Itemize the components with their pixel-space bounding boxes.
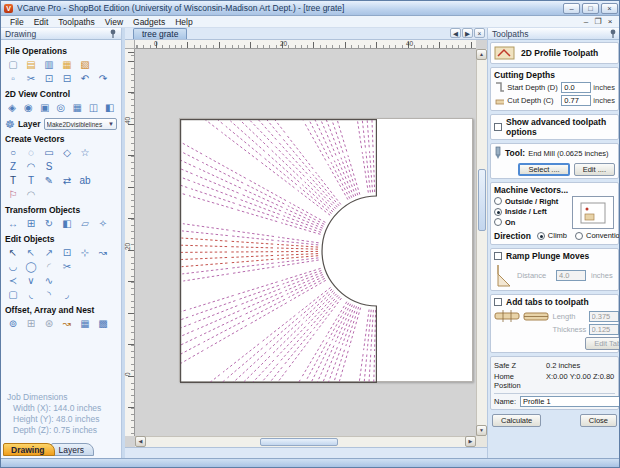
offset-vectors-icon[interactable]: ⊚ — [5, 317, 21, 330]
nest-parts-icon[interactable]: ▩ — [95, 317, 111, 330]
scroll-left-arrow[interactable]: ◀ — [135, 436, 146, 447]
extend-icon[interactable]: ◝ — [41, 288, 57, 301]
radio-climb[interactable]: Climb — [537, 231, 567, 240]
radio-on[interactable]: On — [494, 218, 570, 227]
scroll-up-arrow[interactable]: ▲ — [476, 49, 487, 60]
save-file-icon[interactable]: ▥ — [41, 58, 57, 71]
toolpath-name-input[interactable] — [520, 396, 620, 407]
text-spacing-icon[interactable]: ⇄ — [59, 174, 75, 187]
material-sheet[interactable] — [179, 118, 473, 382]
mirror-icon[interactable]: ◧ — [59, 217, 75, 230]
mdi-restore-button[interactable]: ❐ — [593, 17, 603, 27]
add-tabs-checkbox[interactable] — [494, 298, 502, 306]
text-edit-icon[interactable]: ✎ — [41, 174, 57, 187]
zoom-box-icon[interactable]: ▣ — [38, 101, 52, 114]
draw-curve-icon[interactable]: S — [41, 160, 57, 173]
horizontal-scroll-thumb[interactable] — [260, 438, 338, 446]
zoom-interactive-icon[interactable]: ◉ — [21, 101, 35, 114]
interactive-trim-icon[interactable]: ↗ — [41, 246, 57, 259]
dimension-icon[interactable]: ◠ — [23, 188, 39, 201]
cut-icon[interactable]: ✂ — [23, 72, 39, 85]
panel-tab-drawing[interactable]: Drawing — [3, 443, 55, 456]
export-vectors-icon[interactable]: ▧ — [77, 58, 93, 71]
bracket-fillet-icon[interactable]: ◞ — [59, 288, 75, 301]
scroll-right-arrow[interactable]: ▶ — [465, 436, 476, 447]
join-open-vectors-icon[interactable]: ≺ — [5, 274, 21, 287]
ramp-plunge-checkbox[interactable] — [494, 252, 502, 260]
menu-edit[interactable]: Edit — [29, 17, 54, 27]
trim-vectors-icon[interactable]: ◜ — [41, 260, 57, 273]
panel-tab-layers[interactable]: Layers — [51, 443, 95, 456]
cut-depth-input[interactable] — [561, 95, 591, 106]
vertical-scroll-thumb[interactable] — [478, 169, 486, 231]
rotate-icon[interactable]: ↻ — [41, 217, 57, 230]
fillet-icon[interactable]: ▢ — [5, 288, 21, 301]
draw-polyline-icon[interactable]: Z — [5, 160, 21, 173]
select-cursor-icon[interactable]: ↖ — [5, 246, 21, 259]
tool-select-button[interactable]: Select .... — [518, 163, 569, 176]
menu-file[interactable]: File — [5, 17, 29, 27]
grid-array-icon[interactable]: ▦ — [77, 317, 93, 330]
draw-circle-icon[interactable]: ○ — [5, 146, 21, 159]
subtract-vectors-icon[interactable]: ◯ — [23, 260, 39, 273]
scroll-down-arrow[interactable]: ▼ — [476, 425, 487, 436]
scissors-icon[interactable]: ✂ — [59, 260, 75, 273]
zoom-selected-icon[interactable]: ◎ — [54, 101, 68, 114]
import-vectors-icon[interactable]: ▦ — [59, 58, 75, 71]
start-depth-input[interactable] — [561, 82, 591, 93]
align-objects-icon[interactable]: ✧ — [95, 217, 111, 230]
mdi-close-button[interactable]: × — [605, 17, 615, 27]
text-on-curve-icon[interactable]: ⚐ — [5, 188, 21, 201]
tile-windows-icon[interactable]: ◫ — [86, 101, 100, 114]
horizontal-scrollbar[interactable]: ◀ ▶ — [135, 436, 476, 447]
document-tab-tree-grate[interactable]: tree grate — [133, 28, 187, 39]
copy-icon[interactable]: ⊡ — [41, 72, 57, 85]
zoom-extents-icon[interactable]: ▦ — [70, 101, 84, 114]
node-edit-icon[interactable]: ↖ — [23, 246, 39, 259]
shear-icon[interactable]: ▱ — [77, 217, 93, 230]
ramp-distance-input[interactable] — [556, 270, 586, 281]
close-button[interactable]: × — [601, 3, 618, 14]
fit-curves-icon[interactable]: ∿ — [41, 274, 57, 287]
edit-tabs-button[interactable]: Edit Tabs ... — [585, 337, 620, 350]
draw-text-icon[interactable]: T — [5, 174, 21, 187]
open-file-icon[interactable]: ▤ — [23, 58, 39, 71]
set-size-icon[interactable]: ⊞ — [23, 217, 39, 230]
radio-conventional[interactable]: Conventional — [575, 231, 620, 240]
vertical-scrollbar[interactable]: ▲ ▼ — [476, 49, 487, 436]
convert-text-icon[interactable]: ab — [77, 174, 93, 187]
menu-gadgets[interactable]: Gadgets — [128, 17, 170, 27]
switch-3d-view-icon[interactable]: ◧ — [103, 101, 117, 114]
menu-toolpaths[interactable]: Toolpaths — [53, 17, 99, 27]
measure-icon[interactable]: ⊹ — [77, 246, 93, 259]
paste-icon[interactable]: ⊟ — [59, 72, 75, 85]
redo-icon[interactable]: ↷ — [95, 72, 111, 85]
chamfer-icon[interactable]: ◟ — [23, 288, 39, 301]
minimize-button[interactable]: – — [563, 3, 580, 14]
array-copy-icon[interactable]: ⊞ — [23, 317, 39, 330]
advanced-options-checkbox[interactable] — [494, 123, 502, 131]
mdi-minimize-button[interactable]: – — [581, 17, 591, 27]
curve-fit-icon[interactable]: ↝ — [95, 246, 111, 259]
layer-select[interactable]: Make2Dvisiblelines▼ — [44, 118, 117, 130]
close-button[interactable]: Close — [580, 414, 617, 427]
text-box-icon[interactable]: T — [23, 174, 39, 187]
weld-vectors-icon[interactable]: ◡ — [5, 260, 21, 273]
layer-gear-icon[interactable]: ☸ — [5, 118, 15, 130]
tab-length-input[interactable] — [589, 311, 619, 322]
tool-edit-button[interactable]: Edit .... — [574, 163, 615, 176]
new-file-icon[interactable]: ▢ — [5, 58, 21, 71]
draw-rectangle-icon[interactable]: ▭ — [41, 146, 57, 159]
draw-ellipse-icon[interactable]: ◌ — [23, 146, 39, 159]
menu-help[interactable]: Help — [170, 17, 197, 27]
next-tab-button[interactable]: ▶ — [462, 28, 473, 38]
drawing-viewport[interactable] — [135, 49, 476, 436]
close-tab-button[interactable]: × — [474, 28, 485, 38]
prev-tab-button[interactable]: ◀ — [450, 28, 461, 38]
radio-inside-left[interactable]: Inside / Left — [494, 207, 570, 216]
pin-icon[interactable] — [609, 29, 617, 39]
pin-icon[interactable] — [109, 29, 117, 39]
draw-polygon-icon[interactable]: ◇ — [59, 146, 75, 159]
tab-thickness-input[interactable] — [589, 324, 619, 335]
circular-array-icon[interactable]: ⊛ — [41, 317, 57, 330]
